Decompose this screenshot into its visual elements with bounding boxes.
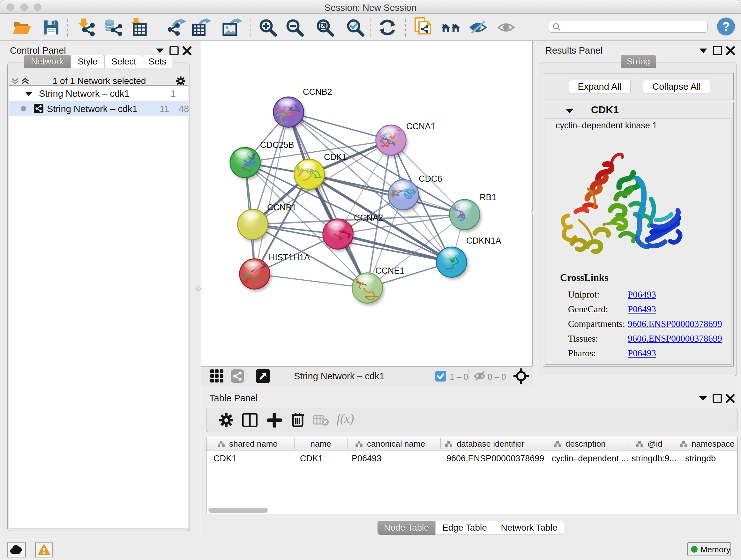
svg-text:CCNB2: CCNB2 — [303, 87, 332, 97]
svg-text:CCNE1: CCNE1 — [375, 266, 405, 275]
svg-text:CDC25B: CDC25B — [260, 140, 294, 150]
svg-text:CDKN1A: CDKN1A — [466, 236, 501, 246]
svg-text:CDK1: CDK1 — [324, 152, 347, 162]
svg-text:HIST1H1A: HIST1H1A — [269, 253, 310, 262]
svg-text:CCNB1: CCNB1 — [267, 203, 296, 212]
svg-text:RB1: RB1 — [480, 192, 496, 202]
svg-text:CCNA2: CCNA2 — [354, 213, 383, 223]
svg-text:CDC6: CDC6 — [419, 174, 442, 184]
svg-text:CCNA1: CCNA1 — [406, 122, 435, 131]
